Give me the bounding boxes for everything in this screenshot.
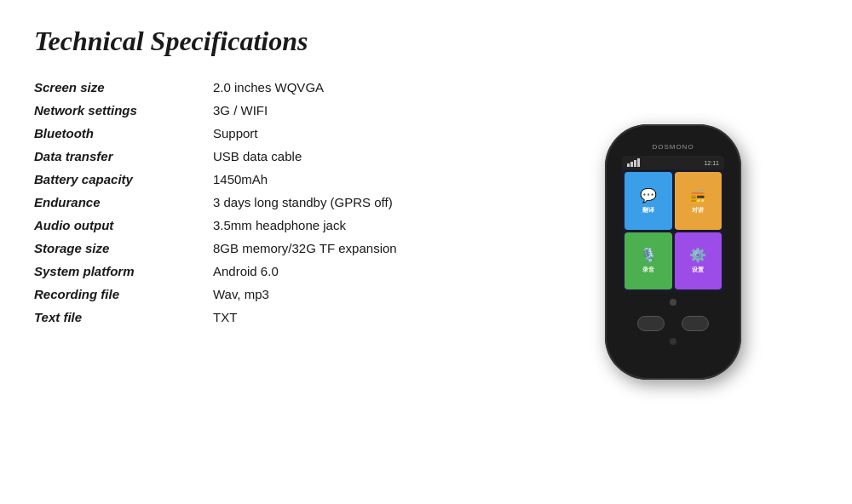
spec-value: Wav, mp3 <box>204 287 269 301</box>
device-buttons <box>637 316 709 331</box>
spec-value: 3G / WIFI <box>204 103 268 117</box>
status-bar: 12:11 <box>622 156 724 169</box>
spec-value: Android 6.0 <box>204 264 279 278</box>
spec-table: Screen size2.0 inches WQVGANetwork setti… <box>34 76 511 329</box>
settings-label: 设置 <box>692 266 704 274</box>
spec-row: Battery capacity1450mAh <box>34 168 511 191</box>
spec-row: BluetoothSupport <box>34 122 511 145</box>
spec-row: Screen size2.0 inches WQVGA <box>34 76 511 99</box>
page-title: Technical Specifications <box>34 26 511 57</box>
device-screen: 12:11 💬 翻译 📻 对讲 🎙️ 录音 <box>622 156 724 292</box>
spec-row: Audio output3.5mm headphone jack <box>34 214 511 237</box>
spec-row: Text fileTXT <box>34 306 511 329</box>
app-walkie: 📻 对讲 <box>675 172 722 230</box>
spec-value: USB data cable <box>204 149 302 163</box>
spec-value: 8GB memory/32G TF expansion <box>204 241 397 255</box>
spec-label: Network settings <box>34 103 204 117</box>
spec-label: Bluetooth <box>34 126 204 140</box>
record-label: 录音 <box>642 266 654 274</box>
app-translate: 💬 翻译 <box>625 172 672 230</box>
right-button <box>682 316 709 331</box>
screen-grid: 💬 翻译 📻 对讲 🎙️ 录音 ⚙️ 设置 <box>622 169 724 292</box>
spec-value: 3 days long standby (GPRS off) <box>204 195 393 209</box>
spec-label: Data transfer <box>34 149 204 163</box>
app-record: 🎙️ 录音 <box>625 232 672 290</box>
translate-icon: 💬 <box>640 187 657 203</box>
spec-label: Endurance <box>34 195 204 209</box>
left-button <box>637 316 665 331</box>
record-icon: 🎙️ <box>640 247 657 263</box>
walkie-icon: 📻 <box>689 187 706 203</box>
app-settings: ⚙️ 设置 <box>675 232 722 290</box>
bottom-dot <box>670 338 676 345</box>
status-time: 12:11 <box>704 160 719 166</box>
spec-value: 2.0 inches WQVGA <box>204 80 324 94</box>
spec-row: Recording fileWav, mp3 <box>34 283 511 306</box>
spec-value: Support <box>204 126 258 140</box>
settings-icon: ⚙️ <box>689 247 706 263</box>
spec-label: Storage size <box>34 241 204 255</box>
specs-section: Technical Specifications Screen size2.0 … <box>34 26 528 478</box>
spec-label: Screen size <box>34 80 204 94</box>
spec-row: System platformAndroid 6.0 <box>34 260 511 283</box>
spec-value: 3.5mm headphone jack <box>204 218 346 232</box>
device-section: 112mm 15mm 48mm DOSMONO <box>528 26 818 478</box>
device-brand: DOSMONO <box>652 143 694 151</box>
spec-value: TXT <box>204 310 237 324</box>
spec-label: System platform <box>34 264 204 278</box>
device-wrapper: 112mm 15mm 48mm DOSMONO <box>605 124 741 380</box>
spec-row: Data transferUSB data cable <box>34 145 511 168</box>
nav-dot <box>670 299 676 306</box>
walkie-label: 对讲 <box>692 206 704 215</box>
translate-label: 翻译 <box>642 206 654 215</box>
spec-row: Endurance3 days long standby (GPRS off) <box>34 191 511 214</box>
signal-bars <box>627 158 640 167</box>
spec-row: Storage size8GB memory/32G TF expansion <box>34 237 511 260</box>
spec-label: Battery capacity <box>34 172 204 186</box>
spec-label: Text file <box>34 310 204 324</box>
spec-row: Network settings3G / WIFI <box>34 99 511 122</box>
spec-value: 1450mAh <box>204 172 268 186</box>
spec-label: Recording file <box>34 287 204 301</box>
spec-label: Audio output <box>34 218 204 232</box>
device-mockup: DOSMONO 12:11 💬 翻 <box>605 124 741 380</box>
